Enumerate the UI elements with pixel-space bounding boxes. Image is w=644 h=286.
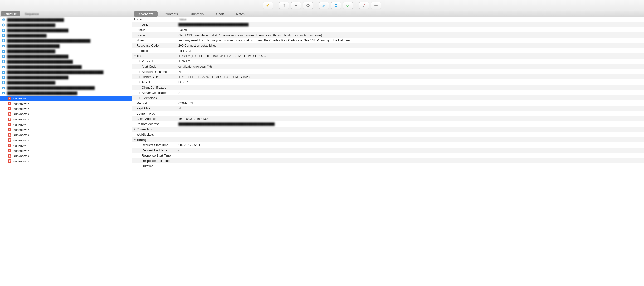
overview-row[interactable]: TLSTLSv1.2 (TLS_ECDHE_RSA_WITH_AES_128_G… bbox=[132, 53, 644, 59]
tree-unknown-row[interactable]: <unknown> bbox=[0, 143, 132, 148]
record-button[interactable] bbox=[279, 2, 290, 9]
disclosure-icon[interactable] bbox=[138, 91, 141, 94]
disclosure-icon[interactable] bbox=[133, 55, 136, 57]
overview-row[interactable]: Content-Type bbox=[132, 111, 644, 116]
throttle-button[interactable] bbox=[291, 2, 301, 9]
tree-unknown-row[interactable]: <unknown> bbox=[0, 127, 132, 132]
breakpoint-button[interactable] bbox=[303, 2, 313, 9]
svg-rect-23 bbox=[3, 77, 4, 78]
lock-icon bbox=[2, 39, 6, 43]
tree-unknown-row[interactable]: <unknown> bbox=[0, 153, 132, 158]
tree-host-row[interactable]: ██████████████████████████████ bbox=[0, 59, 132, 64]
overview-row-name: TLS bbox=[132, 54, 177, 58]
overview-row-name: Timing bbox=[132, 138, 177, 142]
tab-structure[interactable]: Structure bbox=[1, 12, 20, 17]
disclosure-icon[interactable] bbox=[133, 128, 136, 131]
tree-unknown-row[interactable]: <unknown> bbox=[0, 96, 132, 101]
disclosure-icon[interactable] bbox=[138, 81, 141, 84]
overview-row[interactable]: MethodCONNECT bbox=[132, 100, 644, 106]
lock-icon bbox=[2, 86, 6, 90]
overview-row[interactable]: Alert Codecertificate_unknown (46) bbox=[132, 64, 644, 69]
tree-unknown-row[interactable]: <unknown> bbox=[0, 132, 132, 138]
overview-row[interactable]: Request Start Time20-6-9 12:55:51 bbox=[132, 142, 644, 148]
overview-row[interactable]: ALPNhttp/1.1 bbox=[132, 80, 644, 85]
tree-unknown-row[interactable]: <unknown> bbox=[0, 117, 132, 122]
tree-host-row[interactable]: ████████████████████████████ bbox=[0, 28, 132, 33]
edit-button[interactable] bbox=[319, 2, 329, 9]
disclosure-icon bbox=[138, 164, 141, 167]
overview-row[interactable]: NotesYou may need to configure your brow… bbox=[132, 38, 644, 43]
tree-host-row[interactable]: ██████████████████████ bbox=[0, 49, 132, 54]
broom-button[interactable] bbox=[263, 2, 273, 9]
overview-row[interactable]: Response Start Time- bbox=[132, 153, 644, 158]
overview-row-value: 2 bbox=[177, 91, 644, 95]
disclosure-icon bbox=[138, 23, 141, 26]
overview-row[interactable]: URL████████████████████████████████ bbox=[132, 22, 644, 27]
refresh-button[interactable] bbox=[331, 2, 341, 9]
overview-row-value: - bbox=[177, 159, 644, 162]
x-icon bbox=[8, 112, 12, 116]
overview-row[interactable]: Request End Time- bbox=[132, 148, 644, 153]
validate-button[interactable] bbox=[343, 2, 353, 9]
tree-host-row[interactable]: ████████████████████████████████████████ bbox=[0, 85, 132, 90]
disclosure-icon[interactable] bbox=[138, 96, 141, 99]
tree-host-row[interactable]: ██████████████████ bbox=[0, 33, 132, 38]
tree-unknown-row[interactable]: <unknown> bbox=[0, 111, 132, 117]
tree-host-row[interactable]: ██████████████████████ bbox=[0, 22, 132, 28]
tree-unknown-row[interactable]: <unknown> bbox=[0, 106, 132, 111]
overview-row[interactable]: Duration bbox=[132, 163, 644, 168]
disclosure-icon[interactable] bbox=[138, 60, 141, 63]
overview-table[interactable]: URL████████████████████████████████Statu… bbox=[132, 22, 644, 286]
overview-row[interactable]: Client Certificates- bbox=[132, 85, 644, 90]
x-icon bbox=[8, 138, 12, 142]
overview-row[interactable]: ProtocolHTTP/1.1 bbox=[132, 48, 644, 53]
tab-notes[interactable]: Notes bbox=[231, 12, 250, 17]
lock-icon bbox=[2, 34, 6, 37]
lock-icon bbox=[2, 28, 6, 32]
structure-tree[interactable]: ████████████████████████████████████████… bbox=[0, 17, 132, 286]
overview-row[interactable]: FailureClient SSL handshake failed: An u… bbox=[132, 32, 644, 38]
disclosure-icon[interactable] bbox=[138, 75, 141, 78]
settings-button[interactable] bbox=[371, 2, 381, 9]
overview-row[interactable]: Client Address192.168.31.246:44300 bbox=[132, 116, 644, 121]
tree-host-row[interactable]: ████████████████████████████ bbox=[0, 54, 132, 59]
disclosure-icon bbox=[133, 112, 136, 115]
tree-host-row[interactable]: ██████████████████████████████████ bbox=[0, 64, 132, 70]
tab-overview[interactable]: Overview bbox=[134, 12, 158, 17]
overview-row[interactable]: Timing bbox=[132, 137, 644, 142]
tree-host-row[interactable]: ██████████████████████████████████████ bbox=[0, 38, 132, 43]
tree-host-row[interactable]: ██████████████████████ bbox=[0, 80, 132, 85]
tree-host-row[interactable]: ████████████████████████████████████████… bbox=[0, 70, 132, 75]
tree-host-row[interactable]: ████████████████████████████ bbox=[0, 75, 132, 80]
tab-summary[interactable]: Summary bbox=[184, 12, 209, 17]
tree-host-row[interactable]: ██████████████████████████ bbox=[0, 17, 132, 22]
tab-contents[interactable]: Contents bbox=[159, 12, 183, 17]
overview-row[interactable]: Session ResumedNo bbox=[132, 69, 644, 74]
tree-unknown-row[interactable]: <unknown> bbox=[0, 158, 132, 164]
overview-row[interactable]: ProtocolTLSv1.2 bbox=[132, 59, 644, 64]
disclosure-icon bbox=[133, 49, 136, 52]
overview-row[interactable]: WebSockets- bbox=[132, 132, 644, 137]
overview-row[interactable]: StatusFailed bbox=[132, 27, 644, 32]
tree-unknown-row[interactable]: <unknown> bbox=[0, 122, 132, 127]
overview-row[interactable]: Cipher SuiteTLS_ECDHE_RSA_WITH_AES_128_G… bbox=[132, 74, 644, 80]
overview-row[interactable]: Response End Time- bbox=[132, 158, 644, 163]
overview-row[interactable]: Remote Address██████████████████████████… bbox=[132, 121, 644, 127]
overview-row[interactable]: Server Certificates2 bbox=[132, 90, 644, 95]
overview-row-name: Client Certificates bbox=[132, 86, 177, 89]
tab-chart[interactable]: Chart bbox=[211, 12, 229, 17]
tree-unknown-row[interactable]: <unknown> bbox=[0, 138, 132, 143]
disclosure-icon[interactable] bbox=[138, 70, 141, 73]
tools-button[interactable] bbox=[359, 2, 369, 9]
overview-row[interactable]: Kept AliveNo bbox=[132, 106, 644, 111]
overview-row[interactable]: Extensions bbox=[132, 95, 644, 100]
tab-sequence[interactable]: Sequence bbox=[22, 12, 42, 17]
overview-row[interactable]: Response Code200 Connection established bbox=[132, 43, 644, 48]
tree-host-row[interactable]: ████████████████████████ bbox=[0, 43, 132, 49]
tree-unknown-row[interactable]: <unknown> bbox=[0, 101, 132, 106]
disclosure-icon[interactable] bbox=[133, 138, 136, 141]
overview-row[interactable]: Connection bbox=[132, 127, 644, 132]
tree-unknown-row[interactable]: <unknown> bbox=[0, 148, 132, 153]
overview-row-value: You may need to configure your browser o… bbox=[177, 39, 644, 42]
tree-host-row[interactable]: ████████████████████████████████ bbox=[0, 90, 132, 96]
